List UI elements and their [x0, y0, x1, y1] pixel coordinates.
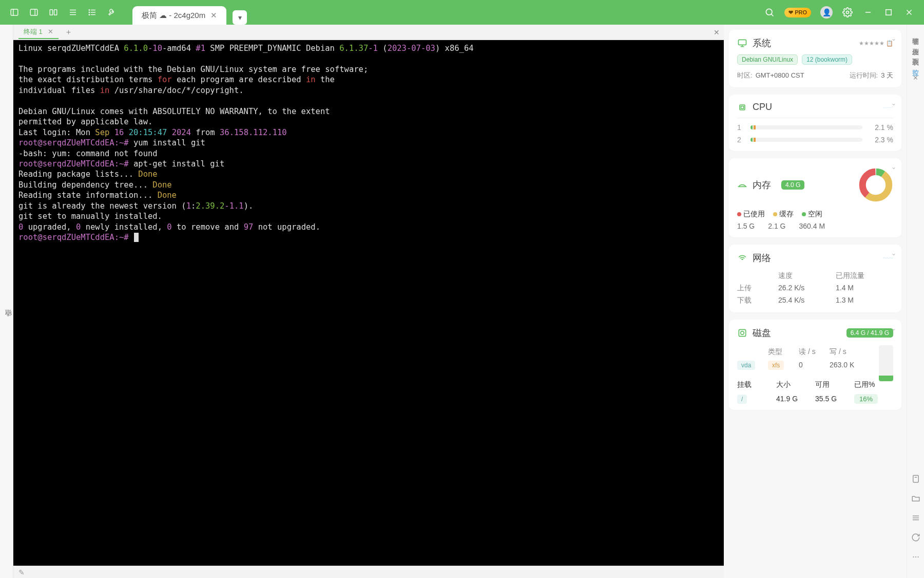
collapse-icon[interactable]: ⌄ — [891, 325, 896, 332]
memory-donut — [858, 167, 893, 202]
memory-badge: 4.0 G — [781, 180, 804, 190]
pin-icon[interactable]: ✎ — [18, 568, 25, 576]
monitor-sidebar: ⌄ 系统 ★★★★★ 📋 Debian GNU/Linux 12 (bookwo… — [724, 25, 907, 578]
system-title: 系统 — [753, 37, 771, 49]
cpu-row-1: 1 2.1 % — [737, 123, 893, 132]
mem-free: 360.4 M — [799, 222, 825, 230]
disk-avail: 35.5 G — [815, 395, 854, 403]
svg-point-38 — [913, 556, 914, 557]
svg-point-12 — [89, 10, 90, 11]
tab-dropdown-icon[interactable]: ▾ — [233, 10, 247, 25]
mem-cache: 2.1 G — [768, 222, 785, 230]
disk-icon — [737, 328, 747, 338]
svg-point-32 — [741, 331, 744, 335]
close-tab-icon[interactable]: ✕ — [210, 11, 217, 20]
titlebar-toolbar — [4, 7, 117, 17]
disk-fs: xfs — [768, 361, 784, 370]
split-icon[interactable] — [48, 7, 59, 17]
mem-used: 1.5 G — [737, 222, 755, 230]
os-badge: Debian GNU/Linux — [737, 54, 798, 65]
svg-rect-31 — [739, 329, 745, 336]
disk-h-write: 写 / s — [830, 347, 871, 357]
svg-rect-33 — [913, 475, 918, 482]
disk-title: 磁盘 — [753, 327, 771, 339]
cpu-pct: 2.1 % — [868, 123, 893, 132]
svg-rect-0 — [11, 9, 18, 15]
cpu-bar — [750, 125, 862, 129]
queue-icon[interactable] — [911, 513, 920, 523]
pro-badge[interactable]: ❤ PRO — [784, 8, 811, 17]
cpu-pct: 2.3 % — [868, 136, 893, 144]
status-bar: ✎ — [13, 566, 724, 578]
svg-rect-2 — [30, 9, 37, 15]
network-table: 速度已用流量 上传26.2 K/s1.4 M 下载25.4 K/s1.3 M — [737, 271, 893, 305]
refresh-icon[interactable] — [911, 533, 920, 542]
window-tab-active[interactable]: 极简 ☁ - 2c4g20m ✕ — [132, 6, 226, 25]
list-icon[interactable] — [87, 7, 98, 17]
titlebar: 极简 ☁ - 2c4g20m ✕ ▾ ❤ PRO 👤 — [0, 0, 924, 25]
svg-point-15 — [766, 9, 772, 15]
disk-mount-table: 挂载大小可用已用% /41.9 G35.5 G16% — [737, 380, 893, 403]
cpu-card: ⌄ CPU 1 2.1 % 2 2.3 % — [729, 95, 901, 151]
disk-read: 0 — [799, 361, 830, 369]
memory-title: 内存 — [753, 179, 771, 191]
close-monitor-icon[interactable]: ✕ — [913, 74, 918, 82]
terminal-tab-1[interactable]: 终端 1 ✕ — [18, 26, 59, 39]
svg-line-16 — [771, 14, 773, 16]
svg-point-14 — [89, 14, 90, 15]
window-tabs: 极简 ☁ - 2c4g20m ✕ ▾ — [132, 0, 247, 25]
collapse-icon[interactable]: ⌄ — [891, 100, 896, 107]
wrench-icon[interactable] — [107, 7, 117, 17]
net-down-speed: 25.4 K/s — [778, 296, 836, 305]
note-icon[interactable] — [911, 474, 920, 483]
add-terminal-icon[interactable]: ＋ — [65, 27, 72, 37]
svg-rect-4 — [50, 10, 52, 15]
panel-right-icon[interactable] — [29, 7, 39, 17]
collapse-icon[interactable]: ⌄ — [891, 250, 896, 257]
uptime-value: 3 天 — [881, 71, 893, 79]
disk-h-usedpct: 已用% — [854, 380, 893, 389]
collapse-icon[interactable]: ⌄ — [891, 35, 896, 42]
svg-rect-25 — [740, 105, 745, 110]
more-icon[interactable] — [911, 552, 920, 562]
left-rail-item-0[interactable]: 小聪 — [4, 302, 13, 306]
disk-size: 41.9 G — [776, 395, 815, 403]
network-title: 网络 — [753, 252, 771, 264]
disk-h-read: 读 / s — [799, 347, 830, 357]
wifi-icon — [737, 253, 747, 263]
svg-point-13 — [89, 12, 90, 13]
monitor-icon — [737, 38, 747, 48]
disk-dev: vda — [737, 361, 755, 370]
close-panel-icon[interactable]: ✕ — [714, 28, 720, 36]
memory-card: ⌄ 内存 4.0 G 已使用 缓存 空闲 1 — [729, 158, 901, 237]
collapse-icon[interactable]: ⌄ — [891, 163, 896, 171]
search-icon[interactable] — [764, 7, 775, 18]
disk-write: 263.0 K — [830, 361, 871, 369]
memory-legend: 已使用 缓存 空闲 — [737, 210, 893, 219]
align-icon[interactable] — [68, 7, 78, 17]
cpu-title: CPU — [753, 102, 772, 113]
minimize-icon[interactable] — [862, 7, 874, 18]
legend-free: 空闲 — [808, 210, 822, 218]
titlebar-right: ❤ PRO 👤 — [764, 6, 920, 18]
user-avatar[interactable]: 👤 — [820, 6, 833, 18]
terminal-tab-label: 终端 1 — [24, 27, 43, 36]
cpu-core-num: 2 — [737, 136, 745, 144]
disk-badge: 6.4 G / 41.9 G — [846, 328, 893, 338]
terminal-tab-close-icon[interactable]: ✕ — [48, 28, 53, 35]
disk-io-table: 类型读 / s写 / s vdaxfs0263.0 K — [737, 347, 893, 369]
svg-point-30 — [862, 172, 889, 198]
disk-h-type: 类型 — [768, 347, 799, 357]
close-window-icon[interactable] — [903, 7, 915, 18]
panel-left-icon[interactable] — [9, 7, 20, 17]
memory-icon — [737, 180, 747, 190]
net-h-speed: 速度 — [778, 271, 836, 281]
folder-icon[interactable] — [911, 494, 920, 503]
svg-rect-22 — [739, 40, 746, 45]
net-down-traffic: 1.3 M — [836, 296, 893, 305]
settings-icon[interactable] — [842, 7, 853, 18]
terminal-output[interactable]: Linux serqdZUeMTCddEA 6.1.0-10-amd64 #1 … — [13, 40, 724, 566]
main-column: 终端 1 ✕ ＋ ✕ Linux serqdZUeMTCddEA 6.1.0-1… — [13, 25, 724, 578]
maximize-icon[interactable] — [883, 7, 894, 18]
tz-label: 时区: — [737, 71, 753, 79]
